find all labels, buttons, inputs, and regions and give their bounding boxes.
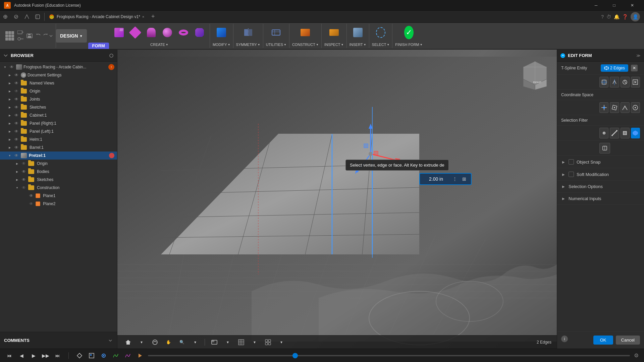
expand-arrow-pretzel[interactable]: ▼	[7, 153, 12, 158]
zoom-btn[interactable]: 🔍	[176, 338, 187, 347]
insert-button[interactable]	[351, 25, 365, 40]
record-button-pretzel[interactable]	[109, 153, 114, 158]
create-box-button[interactable]	[112, 25, 126, 40]
transform-icon-1[interactable]	[599, 77, 608, 87]
visibility-pretzel[interactable]: 👁	[13, 153, 19, 159]
maximize-button[interactable]: □	[606, 0, 622, 11]
visibility-plane2[interactable]: 👁	[28, 201, 34, 207]
visibility-helm[interactable]: 👁	[13, 136, 19, 142]
visibility-joints[interactable]: 👁	[13, 96, 19, 102]
select-label[interactable]: SELECT ▼	[372, 43, 390, 47]
inspect-label[interactable]: INSPECT ▼	[324, 43, 344, 47]
animation-btn[interactable]	[136, 352, 144, 360]
tree-item-doc-settings[interactable]: ▶ 👁 ⚙ Document Settings	[0, 71, 117, 79]
visibility-sketches2[interactable]: 👁	[21, 177, 27, 183]
zoom-dropdown-btn[interactable]: ▾	[190, 338, 201, 347]
object-snap-checkbox[interactable]	[569, 159, 574, 165]
create-shape2-button[interactable]	[144, 25, 159, 40]
ok-button[interactable]: OK	[593, 336, 613, 345]
viewport-canvas[interactable]: RIGHT Select vertex, edge or face. Alt K…	[117, 50, 557, 349]
visibility-plane1[interactable]: 👁	[28, 193, 34, 199]
visibility-origin2[interactable]: 👁	[21, 161, 27, 167]
visibility-sketches[interactable]: 👁	[13, 104, 19, 110]
expand-arrow-root[interactable]: ▼	[3, 65, 7, 69]
entity-clear-btn[interactable]: ✕	[631, 65, 638, 71]
browser-collapse-icon[interactable]	[3, 53, 8, 58]
select-button[interactable]	[373, 25, 388, 40]
filter-icon-vertex[interactable]	[599, 128, 608, 138]
play-skip-start-btn[interactable]: ⏮	[5, 352, 13, 360]
tree-item-root[interactable]: ▼ 👁 Frogtopus Racing - Arcade Cabin... !	[0, 63, 117, 71]
history-dropdown-icon[interactable]	[49, 33, 53, 39]
dimension-options-btn[interactable]: ⋮	[451, 175, 459, 183]
filter-btn[interactable]	[124, 352, 132, 360]
notification-icon[interactable]: 🔔	[614, 14, 620, 19]
expand-arrow-helm[interactable]: ▶	[7, 137, 12, 142]
curve-btn[interactable]	[112, 352, 120, 360]
tree-item-panel-left[interactable]: ▶ 👁 Panel (Left):1	[0, 127, 117, 135]
filter-icon-face[interactable]	[621, 128, 630, 138]
num-inputs-arrow[interactable]: ▶	[561, 196, 566, 201]
create-free-button[interactable]	[192, 25, 207, 40]
orbit-btn[interactable]	[150, 338, 160, 347]
display-dropdown-btn[interactable]: ▾	[222, 338, 233, 347]
coord-icon-2[interactable]	[610, 102, 619, 113]
create-sphere-button[interactable]	[160, 25, 175, 40]
coord-icon-1[interactable]	[599, 102, 608, 113]
app-grid-icon[interactable]	[5, 31, 15, 41]
play-skip-end-btn[interactable]: ⏭	[54, 352, 62, 360]
filter-icon-loop[interactable]	[599, 143, 610, 154]
redo-icon[interactable]	[42, 33, 48, 39]
timeline-mark-btn[interactable]	[88, 352, 96, 360]
view-gizmo[interactable]: RIGHT	[520, 60, 547, 86]
tree-item-cabinet[interactable]: ▶ 👁 Cabinet:1	[0, 111, 117, 119]
viewport-settings-btn[interactable]	[263, 338, 273, 347]
visibility-construction[interactable]: 👁	[21, 185, 27, 191]
tree-item-pretzel[interactable]: ▼ 👁 Pretzel:1	[0, 152, 117, 160]
user-avatar[interactable]: 👤	[631, 12, 640, 21]
tree-item-sketches-top[interactable]: ▶ 👁 Sketches	[0, 103, 117, 111]
tree-item-origin2[interactable]: ▶ 👁 Origin	[0, 160, 117, 168]
expand-arrow-origin2[interactable]: ▶	[15, 161, 19, 166]
symmetry-label[interactable]: SYMMETRY ▼	[236, 43, 260, 47]
entity-badge[interactable]: 2 Edges	[601, 64, 628, 72]
close-button[interactable]: ✕	[625, 0, 640, 11]
coord-icon-3[interactable]	[621, 102, 630, 113]
tree-item-plane2[interactable]: 👁 Plane2	[0, 200, 117, 208]
visibility-doc[interactable]: 👁	[13, 72, 19, 78]
transform-icon-2[interactable]	[610, 77, 619, 87]
design-button[interactable]: DESIGN ▼	[56, 29, 87, 43]
tree-item-joints[interactable]: ▶ 👁 Joints	[0, 95, 117, 103]
visibility-nv[interactable]: 👁	[13, 80, 19, 86]
transform-icon-4[interactable]	[631, 77, 640, 87]
visibility-barrel[interactable]: 👁	[13, 144, 19, 150]
finish-form-label[interactable]: FINISH FORM ▼	[395, 43, 422, 47]
object-snap-arrow[interactable]: ▶	[561, 160, 566, 164]
visibility-cabinet[interactable]: 👁	[13, 112, 19, 118]
visibility-bodies[interactable]: 👁	[21, 169, 27, 175]
visibility-pr[interactable]: 👁	[13, 120, 19, 126]
expand-arrow-sketches[interactable]: ▶	[7, 105, 12, 110]
pan-btn[interactable]: ✋	[163, 338, 174, 347]
tree-item-panel-right[interactable]: ▶ 👁 Panel (Right):1	[0, 119, 117, 127]
expand-arrow-barrel[interactable]: ▶	[7, 145, 12, 150]
create-label[interactable]: CREATE ▼	[150, 43, 168, 47]
insert-label[interactable]: INSERT ▼	[350, 43, 366, 47]
dimension-input[interactable]: ⋮ ⊞	[419, 173, 472, 185]
camera-home-btn[interactable]	[123, 338, 133, 347]
help-icon[interactable]: ?	[601, 14, 604, 19]
expand-arrow-cabinet[interactable]: ▶	[7, 113, 12, 118]
expand-arrow-joints[interactable]: ▶	[7, 97, 12, 102]
visibility-origin[interactable]: 👁	[13, 88, 19, 94]
filter-icon-edge[interactable]	[610, 128, 619, 138]
info-icon[interactable]: i	[561, 336, 568, 342]
minimize-button[interactable]: ─	[588, 0, 604, 11]
timeline-thumb[interactable]	[292, 353, 298, 358]
key-frame-btn[interactable]	[75, 352, 84, 360]
display-mode-btn[interactable]	[209, 338, 220, 347]
grid-btn[interactable]	[236, 338, 247, 347]
dimension-value-input[interactable]	[423, 176, 449, 182]
expand-arrow-nv[interactable]: ▶	[7, 81, 12, 85]
viewport-settings-dropdown-btn[interactable]: ▾	[276, 338, 287, 347]
undo-icon[interactable]	[36, 33, 42, 39]
